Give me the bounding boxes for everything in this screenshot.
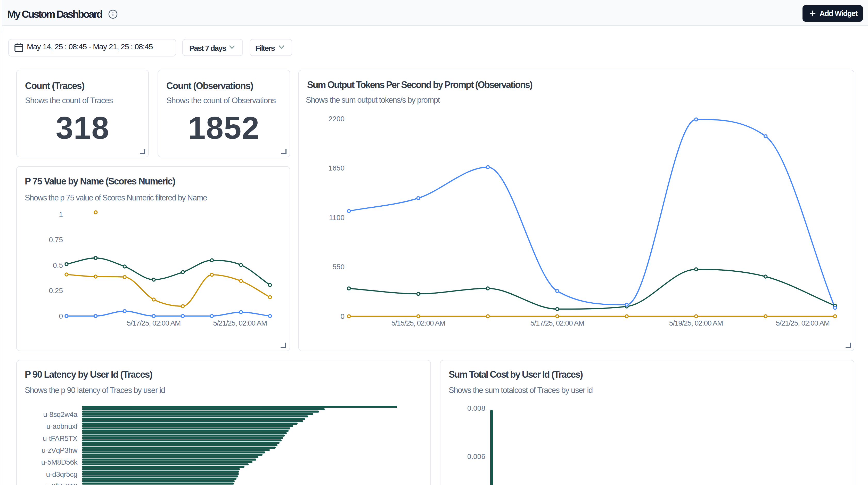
svg-text:1100: 1100 <box>329 214 344 222</box>
svg-text:1: 1 <box>59 211 63 218</box>
svg-text:0.75: 0.75 <box>49 236 63 244</box>
svg-text:5/21/25, 02:00 AM: 5/21/25, 02:00 AM <box>213 319 267 327</box>
svg-text:0: 0 <box>59 312 63 320</box>
svg-text:5/15/25, 02:00 AM: 5/15/25, 02:00 AM <box>392 319 445 327</box>
svg-text:5/19/25, 02:00 AM: 5/19/25, 02:00 AM <box>669 319 723 327</box>
svg-text:0.5: 0.5 <box>53 261 63 269</box>
svg-text:2200: 2200 <box>329 115 344 123</box>
svg-text:5/17/25, 02:00 AM: 5/17/25, 02:00 AM <box>127 319 181 327</box>
svg-text:0: 0 <box>340 312 344 321</box>
svg-text:u-5M8D56k: u-5M8D56k <box>41 458 78 466</box>
svg-text:5/17/25, 02:00 AM: 5/17/25, 02:00 AM <box>530 319 584 327</box>
svg-text:u-zVqP3hw: u-zVqP3hw <box>41 446 78 454</box>
svg-text:0.25: 0.25 <box>49 286 63 295</box>
svg-text:u-tFAR5TX: u-tFAR5TX <box>43 434 78 443</box>
svg-text:u-8fVa9T3: u-8fVa9T3 <box>45 482 78 485</box>
svg-text:u-d3qr5cg: u-d3qr5cg <box>46 470 78 478</box>
svg-text:u-aobnuxf: u-aobnuxf <box>46 422 78 430</box>
svg-text:550: 550 <box>332 263 344 271</box>
svg-text:0.008: 0.008 <box>467 404 485 412</box>
svg-text:u-8sq2w4a: u-8sq2w4a <box>43 411 78 419</box>
svg-text:5/21/25, 02:00 AM: 5/21/25, 02:00 AM <box>776 319 830 327</box>
svg-text:1650: 1650 <box>329 164 344 172</box>
svg-text:0.006: 0.006 <box>467 453 485 460</box>
